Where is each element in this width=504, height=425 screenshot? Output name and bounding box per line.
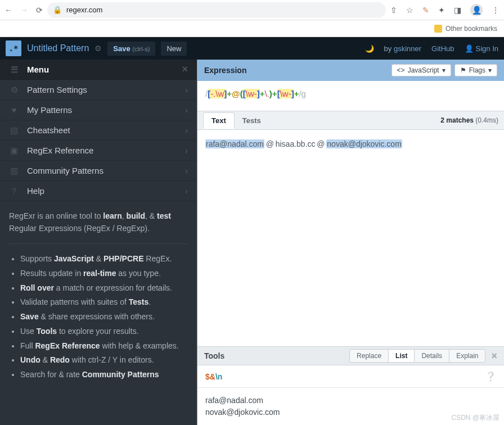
chevron-right-icon: › xyxy=(185,125,188,135)
caret-down-icon: ▾ xyxy=(442,66,446,74)
bookmarks-bar: Other bookmarks xyxy=(0,20,504,37)
close-icon[interactable]: × xyxy=(491,350,497,362)
tab-text[interactable]: Text xyxy=(203,112,235,129)
tab-list[interactable]: List xyxy=(389,350,415,362)
main-panel: Expression <>JavaScript ▾ ⚑Flags ▾ /[-.\… xyxy=(197,60,504,425)
match-highlight: novak@djokovic.com xyxy=(326,139,402,148)
tab-replace[interactable]: Replace xyxy=(350,350,389,362)
chevron-right-icon: › xyxy=(185,146,188,155)
code-icon: <> xyxy=(397,66,405,74)
test-text-input[interactable]: rafa@nadal.com·@·hisaa.bb.cc·@·novak@djo… xyxy=(197,130,504,346)
save-button[interactable]: Save (ctrl-s) xyxy=(107,42,155,56)
sidebar-item-help[interactable]: ?Help› xyxy=(0,181,197,201)
sidebar-content: RegExr is an online tool to learn, build… xyxy=(0,201,197,392)
lock-icon: 🔒 xyxy=(53,6,62,14)
signin-button[interactable]: 👤Sign In xyxy=(465,44,498,53)
chevron-right-icon: › xyxy=(185,85,188,94)
output-line: rafa@nadal.com xyxy=(205,395,496,406)
help-icon: ? xyxy=(9,186,19,196)
sidebar-item-reference[interactable]: ▣RegEx Reference› xyxy=(0,141,197,161)
panel-icon[interactable]: ◨ xyxy=(454,6,461,15)
list-item: Roll over a match or expression for deta… xyxy=(20,282,188,295)
intro-text: RegExr is an online tool to learn, build… xyxy=(9,210,188,234)
list-item: Undo & Redo with ctrl-Z / Y in editors. xyxy=(20,354,188,367)
heart-icon: ♥ xyxy=(9,105,19,115)
list-item: Supports JavaScript & PHP/PCRE RegEx. xyxy=(20,253,188,265)
person-icon: 👤 xyxy=(465,44,474,53)
list-expression-input[interactable]: $&\n ❔ xyxy=(197,365,504,388)
author-link[interactable]: gskinner xyxy=(394,44,421,53)
tab-explain[interactable]: Explain xyxy=(449,350,485,362)
sidebar-item-mypatterns[interactable]: ♥My Patterns› xyxy=(0,100,197,120)
flavor-dropdown[interactable]: <>JavaScript ▾ xyxy=(392,64,451,76)
caret-down-icon: ▾ xyxy=(488,66,492,74)
list-item: Save & share expressions with others. xyxy=(20,311,188,323)
people-icon: ▥ xyxy=(9,166,19,176)
address-bar[interactable]: 🔒 regexr.com xyxy=(47,2,386,18)
tab-details[interactable]: Details xyxy=(415,350,449,362)
share-icon[interactable]: ⇧ xyxy=(390,6,397,15)
forward-icon: → xyxy=(20,6,28,15)
reload-icon[interactable]: ⟳ xyxy=(36,6,43,15)
theme-toggle-icon[interactable]: 🌙 xyxy=(365,44,374,53)
list-item: Validate patterns with suites of Tests. xyxy=(20,296,188,309)
chevron-right-icon: › xyxy=(185,186,188,196)
sidebar-item-menu[interactable]: ☰ Menu × xyxy=(0,60,197,80)
extensions-icon[interactable]: ✦ xyxy=(438,6,445,15)
star-icon[interactable]: ☆ xyxy=(406,6,413,15)
list-item: Results update in real-time as you type. xyxy=(20,268,188,280)
chevron-right-icon: › xyxy=(185,166,188,175)
github-link[interactable]: GitHub xyxy=(431,44,454,53)
browser-toolbar: ← → ⟳ 🔒 regexr.com ⇧ ☆ ✎ ✦ ◨ 👤 ⋮ xyxy=(0,0,504,20)
list-item: Full RegEx Reference with help & example… xyxy=(20,340,188,352)
back-icon[interactable]: ← xyxy=(4,6,12,15)
new-button[interactable]: New xyxy=(161,42,187,56)
sidebar-item-community[interactable]: ▥Community Patterns› xyxy=(0,161,197,181)
book-icon: ▣ xyxy=(9,146,19,156)
sidebar-item-cheatsheet[interactable]: ▤Cheatsheet› xyxy=(0,120,197,141)
help-icon[interactable]: ❔ xyxy=(485,371,496,382)
bookmarks-folder-icon[interactable] xyxy=(434,25,442,33)
profile-icon[interactable]: 👤 xyxy=(470,4,483,16)
url-text: regexr.com xyxy=(66,6,102,14)
pattern-name[interactable]: Untitled Pattern xyxy=(27,43,89,53)
sidebar-item-settings[interactable]: ⚙Pattern Settings› xyxy=(0,80,197,100)
list-item: Use Tools to explore your results. xyxy=(20,325,188,338)
wand-icon[interactable]: ✎ xyxy=(422,6,429,15)
menu-icon[interactable]: ⋮ xyxy=(492,6,500,15)
expression-input[interactable]: /[-.\w]+@([\w-]+\.)+[\w-]+/g xyxy=(197,81,504,111)
flag-icon: ⚑ xyxy=(460,66,466,74)
match-highlight: rafa@nadal.com xyxy=(205,139,264,148)
chevron-right-icon: › xyxy=(185,105,188,115)
byline: by gskinner xyxy=(384,44,422,53)
expression-header: Expression <>JavaScript ▾ ⚑Flags ▾ xyxy=(197,60,504,81)
document-icon: ▤ xyxy=(9,125,19,135)
gear-icon: ⚙ xyxy=(9,85,19,95)
tools-header: Tools Replace List Details Explain × xyxy=(197,346,504,365)
text-tabs: Text Tests 2 matches (0.4ms) xyxy=(197,111,504,130)
flags-dropdown[interactable]: ⚑Flags ▾ xyxy=(454,64,497,76)
gear-icon[interactable]: ⚙ xyxy=(94,44,102,53)
match-count: 2 matches (0.4ms) xyxy=(440,116,498,124)
close-icon[interactable]: × xyxy=(182,64,188,75)
app-logo[interactable]: .* xyxy=(6,40,21,56)
tools-tabs: Replace List Details Explain xyxy=(349,349,485,363)
bookmarks-label[interactable]: Other bookmarks xyxy=(446,25,497,33)
list-icon: ☰ xyxy=(9,65,19,75)
list-item: Search for & rate Community Patterns xyxy=(20,369,188,381)
feature-list: Supports JavaScript & PHP/PCRE RegEx. Re… xyxy=(9,253,188,381)
tab-tests[interactable]: Tests xyxy=(235,113,269,128)
watermark: CSDN @寒冰屋 xyxy=(451,413,500,423)
sidebar: ☰ Menu × ⚙Pattern Settings› ♥My Patterns… xyxy=(0,60,197,425)
app-header: .* Untitled Pattern ⚙ Save (ctrl-s) New … xyxy=(0,37,504,60)
